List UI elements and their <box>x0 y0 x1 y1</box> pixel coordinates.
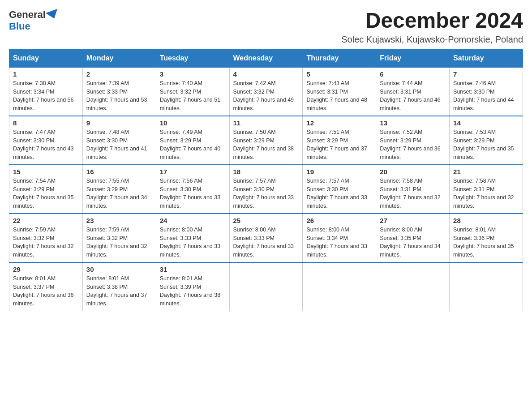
day-info: Sunrise: 7:58 AM Sunset: 3:31 PM Dayligh… <box>453 177 519 210</box>
day-number: 16 <box>86 168 152 176</box>
table-row <box>229 262 303 311</box>
day-number: 9 <box>86 119 152 127</box>
day-info: Sunrise: 8:01 AM Sunset: 3:37 PM Dayligh… <box>13 274 79 308</box>
header-monday: Monday <box>82 49 156 67</box>
table-row: 14 Sunrise: 7:53 AM Sunset: 3:29 PM Dayl… <box>450 116 523 165</box>
day-number: 1 <box>13 70 79 78</box>
day-number: 7 <box>453 70 519 78</box>
day-number: 27 <box>380 217 446 224</box>
day-number: 3 <box>160 70 226 78</box>
calendar-week-row: 29 Sunrise: 8:01 AM Sunset: 3:37 PM Dayl… <box>9 262 523 311</box>
day-info: Sunrise: 7:54 AM Sunset: 3:29 PM Dayligh… <box>13 177 79 210</box>
day-number: 31 <box>160 265 226 273</box>
day-number: 17 <box>160 168 226 176</box>
day-info: Sunrise: 7:48 AM Sunset: 3:30 PM Dayligh… <box>86 128 152 162</box>
day-number: 25 <box>233 217 299 224</box>
day-info: Sunrise: 7:57 AM Sunset: 3:30 PM Dayligh… <box>233 177 299 210</box>
day-info: Sunrise: 7:57 AM Sunset: 3:30 PM Dayligh… <box>306 177 372 210</box>
logo-general: General <box>9 9 46 20</box>
table-row: 24 Sunrise: 8:00 AM Sunset: 3:33 PM Dayl… <box>156 214 229 262</box>
day-info: Sunrise: 7:46 AM Sunset: 3:30 PM Dayligh… <box>453 79 519 113</box>
table-row: 13 Sunrise: 7:52 AM Sunset: 3:29 PM Dayl… <box>376 116 450 165</box>
table-row: 5 Sunrise: 7:43 AM Sunset: 3:31 PM Dayli… <box>303 67 376 116</box>
calendar-header-row: Sunday Monday Tuesday Wednesday Thursday… <box>9 49 523 67</box>
day-info: Sunrise: 7:59 AM Sunset: 3:32 PM Dayligh… <box>86 226 152 259</box>
header-friday: Friday <box>376 49 450 67</box>
title-block: December 2024 Solec Kujawski, Kujawsko-P… <box>341 9 523 45</box>
table-row: 16 Sunrise: 7:55 AM Sunset: 3:29 PM Dayl… <box>82 165 156 214</box>
day-number: 6 <box>380 70 446 78</box>
day-number: 2 <box>86 70 152 78</box>
day-info: Sunrise: 7:51 AM Sunset: 3:29 PM Dayligh… <box>306 128 372 162</box>
day-info: Sunrise: 7:43 AM Sunset: 3:31 PM Dayligh… <box>306 79 372 113</box>
day-info: Sunrise: 7:40 AM Sunset: 3:32 PM Dayligh… <box>160 79 226 113</box>
calendar-week-row: 15 Sunrise: 7:54 AM Sunset: 3:29 PM Dayl… <box>9 165 523 214</box>
day-info: Sunrise: 7:49 AM Sunset: 3:29 PM Dayligh… <box>160 128 226 162</box>
table-row: 27 Sunrise: 8:00 AM Sunset: 3:35 PM Dayl… <box>376 214 450 262</box>
day-number: 19 <box>306 168 372 176</box>
header-wednesday: Wednesday <box>229 49 303 67</box>
table-row: 25 Sunrise: 8:00 AM Sunset: 3:33 PM Dayl… <box>229 214 303 262</box>
table-row: 26 Sunrise: 8:00 AM Sunset: 3:34 PM Dayl… <box>303 214 376 262</box>
day-info: Sunrise: 7:42 AM Sunset: 3:32 PM Dayligh… <box>233 79 299 113</box>
table-row: 19 Sunrise: 7:57 AM Sunset: 3:30 PM Dayl… <box>303 165 376 214</box>
calendar-week-row: 1 Sunrise: 7:38 AM Sunset: 3:34 PM Dayli… <box>9 67 523 116</box>
day-info: Sunrise: 7:47 AM Sunset: 3:30 PM Dayligh… <box>13 128 79 162</box>
day-number: 10 <box>160 119 226 127</box>
calendar-week-row: 8 Sunrise: 7:47 AM Sunset: 3:30 PM Dayli… <box>9 116 523 165</box>
day-info: Sunrise: 7:53 AM Sunset: 3:29 PM Dayligh… <box>453 128 519 162</box>
table-row <box>303 262 376 311</box>
table-row: 21 Sunrise: 7:58 AM Sunset: 3:31 PM Dayl… <box>450 165 523 214</box>
logo-triangle-icon <box>46 9 60 21</box>
day-number: 8 <box>13 119 79 127</box>
table-row: 3 Sunrise: 7:40 AM Sunset: 3:32 PM Dayli… <box>156 67 229 116</box>
day-number: 28 <box>453 217 519 224</box>
day-info: Sunrise: 8:01 AM Sunset: 3:36 PM Dayligh… <box>453 226 519 259</box>
table-row: 12 Sunrise: 7:51 AM Sunset: 3:29 PM Dayl… <box>303 116 376 165</box>
day-info: Sunrise: 8:01 AM Sunset: 3:38 PM Dayligh… <box>86 274 152 308</box>
day-info: Sunrise: 7:55 AM Sunset: 3:29 PM Dayligh… <box>86 177 152 210</box>
day-info: Sunrise: 8:00 AM Sunset: 3:33 PM Dayligh… <box>160 226 226 259</box>
day-info: Sunrise: 7:52 AM Sunset: 3:29 PM Dayligh… <box>380 128 446 162</box>
table-row: 1 Sunrise: 7:38 AM Sunset: 3:34 PM Dayli… <box>9 67 83 116</box>
day-number: 24 <box>160 217 226 224</box>
table-row: 7 Sunrise: 7:46 AM Sunset: 3:30 PM Dayli… <box>450 67 523 116</box>
logo-blue: Blue <box>9 21 30 32</box>
logo: General Blue <box>9 9 59 32</box>
day-info: Sunrise: 7:50 AM Sunset: 3:29 PM Dayligh… <box>233 128 299 162</box>
day-number: 26 <box>306 217 372 224</box>
day-number: 23 <box>86 217 152 224</box>
logo-text: General Blue <box>9 9 59 32</box>
day-number: 22 <box>13 217 79 224</box>
table-row: 6 Sunrise: 7:44 AM Sunset: 3:31 PM Dayli… <box>376 67 450 116</box>
table-row: 15 Sunrise: 7:54 AM Sunset: 3:29 PM Dayl… <box>9 165 83 214</box>
day-info: Sunrise: 8:00 AM Sunset: 3:33 PM Dayligh… <box>233 226 299 259</box>
month-title: December 2024 <box>341 9 523 33</box>
day-number: 20 <box>380 168 446 176</box>
day-info: Sunrise: 8:00 AM Sunset: 3:34 PM Dayligh… <box>306 226 372 259</box>
calendar-table: Sunday Monday Tuesday Wednesday Thursday… <box>9 49 523 311</box>
table-row: 4 Sunrise: 7:42 AM Sunset: 3:32 PM Dayli… <box>229 67 303 116</box>
day-number: 5 <box>306 70 372 78</box>
table-row: 28 Sunrise: 8:01 AM Sunset: 3:36 PM Dayl… <box>450 214 523 262</box>
table-row: 2 Sunrise: 7:39 AM Sunset: 3:33 PM Dayli… <box>82 67 156 116</box>
table-row: 17 Sunrise: 7:56 AM Sunset: 3:30 PM Dayl… <box>156 165 229 214</box>
table-row: 30 Sunrise: 8:01 AM Sunset: 3:38 PM Dayl… <box>82 262 156 311</box>
table-row: 18 Sunrise: 7:57 AM Sunset: 3:30 PM Dayl… <box>229 165 303 214</box>
header-saturday: Saturday <box>450 49 523 67</box>
table-row: 9 Sunrise: 7:48 AM Sunset: 3:30 PM Dayli… <box>82 116 156 165</box>
day-info: Sunrise: 8:00 AM Sunset: 3:35 PM Dayligh… <box>380 226 446 259</box>
table-row: 20 Sunrise: 7:58 AM Sunset: 3:31 PM Dayl… <box>376 165 450 214</box>
location-subtitle: Solec Kujawski, Kujawsko-Pomorskie, Pola… <box>341 34 523 45</box>
table-row: 23 Sunrise: 7:59 AM Sunset: 3:32 PM Dayl… <box>82 214 156 262</box>
day-info: Sunrise: 7:58 AM Sunset: 3:31 PM Dayligh… <box>380 177 446 210</box>
day-info: Sunrise: 8:01 AM Sunset: 3:39 PM Dayligh… <box>160 274 226 308</box>
table-row: 8 Sunrise: 7:47 AM Sunset: 3:30 PM Dayli… <box>9 116 83 165</box>
day-number: 18 <box>233 168 299 176</box>
day-info: Sunrise: 7:56 AM Sunset: 3:30 PM Dayligh… <box>160 177 226 210</box>
day-number: 30 <box>86 265 152 273</box>
day-number: 12 <box>306 119 372 127</box>
day-number: 14 <box>453 119 519 127</box>
table-row: 10 Sunrise: 7:49 AM Sunset: 3:29 PM Dayl… <box>156 116 229 165</box>
day-number: 4 <box>233 70 299 78</box>
